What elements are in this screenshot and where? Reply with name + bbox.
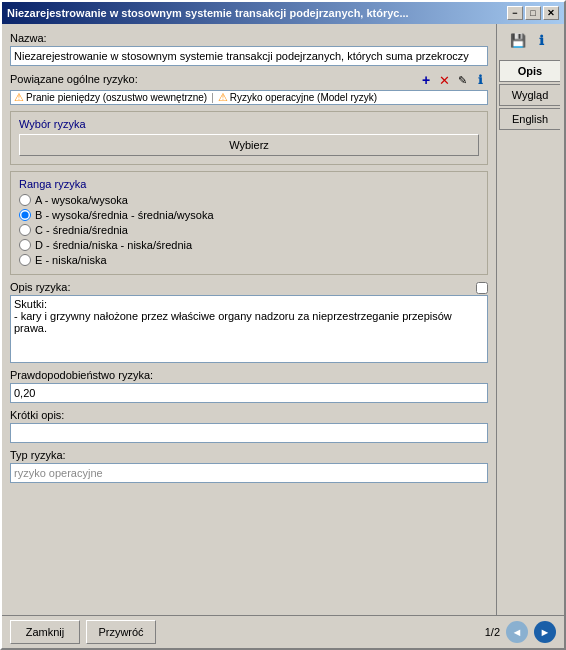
radio-item-a[interactable]: A - wysoka/wysoka: [19, 194, 479, 206]
main-content: Nazwa: Powiązane ogólne ryzyko: + ✕ ✎ ℹ: [2, 24, 496, 615]
add-risk-button[interactable]: +: [418, 72, 434, 88]
zamknij-button[interactable]: Zamknij: [10, 620, 80, 644]
radio-item-b[interactable]: B - wysoka/średnia - średnia/wysoka: [19, 209, 479, 221]
sidebar-tab-english[interactable]: English: [499, 108, 560, 130]
window-title: Niezarejestrowanie w stosownym systemie …: [7, 7, 507, 19]
przywroc-button[interactable]: Przywróć: [86, 620, 156, 644]
radio-e-label: E - niska/niska: [35, 254, 107, 266]
opis-checkbox[interactable]: [476, 282, 488, 294]
info-risk-button[interactable]: ℹ: [472, 72, 488, 88]
radio-item-e[interactable]: E - niska/niska: [19, 254, 479, 266]
nazwa-input[interactable]: [10, 46, 488, 66]
prawdopodobienstwo-group: Prawdopodobieństwo ryzyka:: [10, 369, 488, 403]
nav-next-button[interactable]: ►: [534, 621, 556, 643]
typ-group: Typ ryzyka:: [10, 449, 488, 483]
page-indicator: 1/2: [485, 626, 500, 638]
risk-tag-1: ⚠ Pranie pieniędzy (oszustwo wewnętrzne): [14, 91, 207, 104]
opis-group: Opis ryzyka: Skutki: - kary i grzywny na…: [10, 281, 488, 363]
prawdopodobienstwo-label: Prawdopodobieństwo ryzyka:: [10, 369, 488, 381]
warning-icon-1: ⚠: [14, 91, 24, 104]
opis-header: Opis ryzyka:: [10, 281, 488, 295]
typ-input[interactable]: [10, 463, 488, 483]
ranga-ryzyka-title: Ranga ryzyka: [19, 178, 479, 190]
radio-c-label: C - średnia/średnia: [35, 224, 128, 236]
risk-tag-2: ⚠ Ryzyko operacyjne (Model ryzyk): [218, 91, 377, 104]
powiazane-group: Powiązane ogólne ryzyko: + ✕ ✎ ℹ ⚠ Prani…: [10, 72, 488, 105]
window-body: Nazwa: Powiązane ogólne ryzyko: + ✕ ✎ ℹ: [2, 24, 564, 615]
nazwa-label: Nazwa:: [10, 32, 488, 44]
krotki-input[interactable]: [10, 423, 488, 443]
window-controls: − □ ✕: [507, 6, 559, 20]
info-icon[interactable]: ℹ: [532, 30, 552, 50]
wybierz-button[interactable]: Wybierz: [19, 134, 479, 156]
radio-a[interactable]: [19, 194, 31, 206]
risk-tag-1-text: Pranie pieniędzy (oszustwo wewnętrzne): [26, 92, 207, 103]
main-window: Niezarejestrowanie w stosownym systemie …: [0, 0, 566, 650]
sidebar-icons: 💾 ℹ: [499, 28, 560, 52]
radio-item-d[interactable]: D - średnia/niska - niska/średnia: [19, 239, 479, 251]
radio-a-label: A - wysoka/wysoka: [35, 194, 128, 206]
radio-item-c[interactable]: C - średnia/średnia: [19, 224, 479, 236]
related-risks-box: ⚠ Pranie pieniędzy (oszustwo wewnętrzne)…: [10, 90, 488, 105]
risk-tag-2-text: Ryzyko operacyjne (Model ryzyk): [230, 92, 377, 103]
radio-b[interactable]: [19, 209, 31, 221]
opis-label: Opis ryzyka:: [10, 281, 71, 293]
opis-textarea[interactable]: Skutki: - kary i grzywny nałożone przez …: [10, 295, 488, 363]
wybor-ryzyka-title: Wybór ryzyka: [19, 118, 479, 130]
radio-d-label: D - średnia/niska - niska/średnia: [35, 239, 192, 251]
ranga-radio-group: A - wysoka/wysoka B - wysoka/średnia - ś…: [19, 194, 479, 266]
bottom-bar: Zamknij Przywróć 1/2 ◄ ►: [2, 615, 564, 648]
close-button[interactable]: ✕: [543, 6, 559, 20]
maximize-button[interactable]: □: [525, 6, 541, 20]
krotki-label: Krótki opis:: [10, 409, 488, 421]
radio-d[interactable]: [19, 239, 31, 251]
powiazane-label: Powiązane ogólne ryzyko:: [10, 73, 138, 85]
bottom-left: Zamknij Przywróć: [10, 620, 156, 644]
bottom-right: 1/2 ◄ ►: [485, 621, 556, 643]
prawdopodobienstwo-input[interactable]: [10, 383, 488, 403]
edit-risk-button[interactable]: ✎: [454, 72, 470, 88]
nav-prev-button[interactable]: ◄: [506, 621, 528, 643]
warning-icon-2: ⚠: [218, 91, 228, 104]
sidebar-tab-opis[interactable]: Opis: [499, 60, 560, 82]
wybor-ryzyka-section: Wybór ryzyka Wybierz: [10, 111, 488, 165]
sidebar: 💾 ℹ Opis Wygląd English: [496, 24, 564, 615]
ranga-ryzyka-section: Ranga ryzyka A - wysoka/wysoka B - wysok…: [10, 171, 488, 275]
remove-risk-button[interactable]: ✕: [436, 72, 452, 88]
save-icon[interactable]: 💾: [508, 30, 528, 50]
radio-c[interactable]: [19, 224, 31, 236]
radio-b-label: B - wysoka/średnia - średnia/wysoka: [35, 209, 214, 221]
sidebar-tab-wyglad[interactable]: Wygląd: [499, 84, 560, 106]
title-bar: Niezarejestrowanie w stosownym systemie …: [2, 2, 564, 24]
typ-label: Typ ryzyka:: [10, 449, 488, 461]
krotki-group: Krótki opis:: [10, 409, 488, 443]
radio-e[interactable]: [19, 254, 31, 266]
minimize-button[interactable]: −: [507, 6, 523, 20]
nazwa-group: Nazwa:: [10, 32, 488, 66]
